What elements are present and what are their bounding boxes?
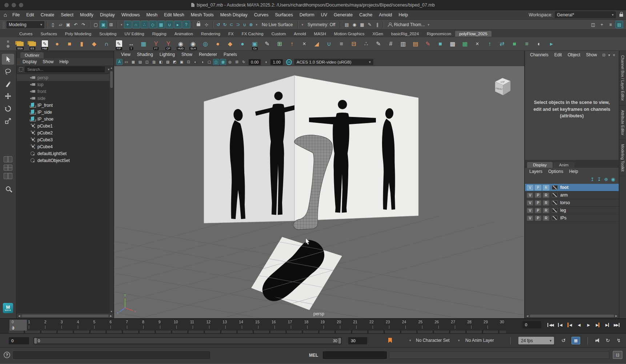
shelf-history-edit[interactable]: ✎ Hist bbox=[39, 39, 50, 49]
rotate-tool[interactable] bbox=[2, 103, 14, 114]
shelf-tab[interactable]: Curves bbox=[15, 31, 36, 37]
menu-item[interactable]: Create bbox=[37, 12, 58, 17]
shelf-tab[interactable]: Sculpting bbox=[95, 31, 120, 37]
shelf-tab[interactable]: Custom bbox=[268, 31, 290, 37]
shelf-cube-teal[interactable]: ■ bbox=[435, 39, 446, 49]
menu-item[interactable]: Edit Mesh bbox=[161, 12, 188, 17]
shelf-joint-cp[interactable]: Y CP bbox=[163, 39, 174, 49]
menu-item[interactable]: Display bbox=[97, 12, 118, 17]
shelf-folder-es[interactable]: ES bbox=[27, 39, 38, 49]
layer-playback-toggle[interactable]: P bbox=[535, 200, 541, 206]
step-forward-key[interactable]: ▶ bbox=[593, 320, 603, 329]
shelf-poly-sphere[interactable]: ● bbox=[52, 39, 63, 49]
evaluation-mode-icon[interactable]: ↯ bbox=[617, 337, 621, 343]
menu-item[interactable]: Mesh Tools bbox=[188, 12, 217, 17]
layer-visibility-toggle[interactable]: V bbox=[527, 200, 533, 206]
shelf-checker[interactable]: ▩ bbox=[447, 39, 458, 49]
viewport-menu-item[interactable]: Show bbox=[178, 52, 196, 57]
leg[interactable]: V P R leg bbox=[525, 207, 619, 214]
layer-visibility-toggle[interactable]: V bbox=[527, 215, 533, 221]
sidebar-vertical-tab[interactable]: Attribute Editor bbox=[620, 106, 626, 140]
construction-history-off[interactable]: ⊃ bbox=[235, 22, 241, 27]
select-highlight[interactable]: A bbox=[116, 59, 123, 65]
new-scene[interactable]: ▯ bbox=[49, 21, 57, 28]
snap-to-grids[interactable]: + bbox=[124, 21, 132, 28]
exposure-icon[interactable]: ↻ bbox=[241, 59, 247, 65]
outliner-menu-item[interactable]: Help bbox=[56, 59, 71, 64]
wireframe-mode[interactable]: ◐ bbox=[192, 59, 198, 65]
menu-item[interactable]: Surfaces bbox=[272, 12, 296, 17]
colorspace-selector[interactable]: ACES 1.0 SDR-video (sRGB) bbox=[294, 59, 373, 65]
menu-item[interactable]: Help bbox=[396, 12, 412, 17]
layer-visibility-toggle[interactable]: V bbox=[527, 193, 533, 198]
pCube2[interactable]: pCube2 bbox=[17, 129, 113, 136]
snap-to-view-planes[interactable]: ▦ bbox=[157, 21, 165, 28]
shelf-cube-up[interactable]: ↑ bbox=[286, 39, 297, 49]
persp[interactable]: persp bbox=[17, 74, 113, 81]
shelf-tab[interactable]: FX Caching bbox=[238, 31, 268, 37]
channel-box-menu-item[interactable]: Edit bbox=[551, 52, 565, 57]
command-input-field[interactable] bbox=[323, 351, 387, 359]
layer-reference-toggle[interactable]: R bbox=[543, 193, 549, 198]
range-slider-track[interactable]: 030 bbox=[33, 337, 342, 344]
field-chart[interactable]: ▥ bbox=[151, 59, 157, 65]
anim-layer-caret[interactable]: ▾ bbox=[458, 339, 460, 342]
menu-item[interactable]: Deform bbox=[296, 12, 318, 17]
workspace-selector[interactable]: General* bbox=[555, 11, 616, 18]
menu-item[interactable]: Windows bbox=[118, 12, 143, 17]
shelf-swap[interactable]: ⇄ bbox=[497, 39, 507, 49]
menu-item[interactable]: Arnold bbox=[376, 12, 395, 17]
shelf-grid-green[interactable]: ▦ bbox=[460, 39, 470, 49]
channel-manipulator-mode[interactable]: ≡ bbox=[611, 53, 617, 57]
range-slider-bar[interactable]: 030 bbox=[34, 338, 341, 344]
undo[interactable]: ↶ bbox=[72, 21, 80, 28]
current-frame-field[interactable]: 0 bbox=[522, 321, 541, 328]
shelf-measure-tool[interactable]: ↔ T bbox=[126, 39, 137, 49]
shelf-cut-2[interactable]: × bbox=[472, 39, 483, 49]
menu-item[interactable]: Mesh Display bbox=[217, 12, 251, 17]
layer-editor-tab[interactable]: Display bbox=[527, 162, 553, 168]
shelf-tab[interactable]: Animation bbox=[170, 31, 197, 37]
render-sequence[interactable]: ▦ bbox=[358, 21, 366, 28]
IPs[interactable]: V P R IPs bbox=[525, 214, 619, 222]
layer-playback-toggle[interactable]: P bbox=[535, 193, 541, 198]
viewport-menu-item[interactable]: View bbox=[118, 52, 134, 57]
shelf-co-badge[interactable]: ▣ Co bbox=[249, 39, 260, 49]
shelf-sphere-edit[interactable]: ✎ bbox=[262, 39, 273, 49]
shelf-tab[interactable]: FX bbox=[224, 31, 238, 37]
output-connections[interactable]: ↻ bbox=[222, 22, 228, 27]
layer-playback-toggle[interactable]: P bbox=[535, 215, 541, 221]
viewport-menu-item[interactable]: Renderer bbox=[196, 52, 220, 57]
menu-item[interactable]: Curves bbox=[251, 12, 272, 17]
attribute-editor-toggle[interactable]: ≡ bbox=[607, 21, 614, 28]
shelf-hud[interactable]: ◉ HUD bbox=[175, 39, 186, 49]
lasso-tool[interactable] bbox=[2, 66, 14, 77]
layer-playback-toggle[interactable]: P bbox=[535, 208, 541, 213]
shelf-curve-arc[interactable]: ∩ bbox=[101, 39, 112, 49]
shelf-poly-plane[interactable]: ◆ bbox=[89, 39, 100, 49]
torso[interactable]: V P R torso bbox=[525, 199, 619, 207]
shelf-tab[interactable]: Surfaces bbox=[36, 31, 61, 37]
color-management-toggle[interactable]: ON bbox=[286, 59, 292, 65]
shelf-prism[interactable]: ◆ bbox=[225, 39, 236, 49]
snap-to-points[interactable]: ∴ bbox=[141, 21, 148, 28]
foot[interactable]: V P R foot bbox=[525, 184, 619, 191]
character-set-caret[interactable]: ▾ bbox=[409, 339, 411, 342]
gamma-icon[interactable]: ◑ bbox=[262, 59, 269, 65]
use-all-lights[interactable]: ◫ bbox=[213, 59, 219, 65]
move-tool[interactable] bbox=[2, 91, 14, 102]
shelf-uv-grid[interactable]: ▦ bbox=[138, 39, 149, 49]
channel-box-menu-item[interactable]: Object bbox=[565, 52, 583, 57]
humanik-toggle[interactable]: + bbox=[598, 21, 606, 28]
shelf-tab[interactable]: Rigonomicon bbox=[423, 31, 455, 37]
animation-preferences-button[interactable]: ▦ bbox=[571, 337, 580, 344]
shelf-stack[interactable]: ▤ bbox=[410, 39, 421, 49]
sidebar-vertical-tab[interactable]: Modeling Toolkit bbox=[620, 140, 626, 176]
shelf-fip-edit[interactable]: ✎ FIP bbox=[113, 39, 124, 49]
IP_front[interactable]: IP_front bbox=[17, 102, 113, 109]
menu-set-selector[interactable]: Modeling bbox=[7, 21, 44, 28]
menu-item[interactable]: UV bbox=[318, 12, 330, 17]
menu-item[interactable]: Modify bbox=[77, 12, 97, 17]
paint-select-tool[interactable] bbox=[2, 78, 14, 89]
channel-slider-mode[interactable]: ⊟ bbox=[601, 53, 607, 57]
